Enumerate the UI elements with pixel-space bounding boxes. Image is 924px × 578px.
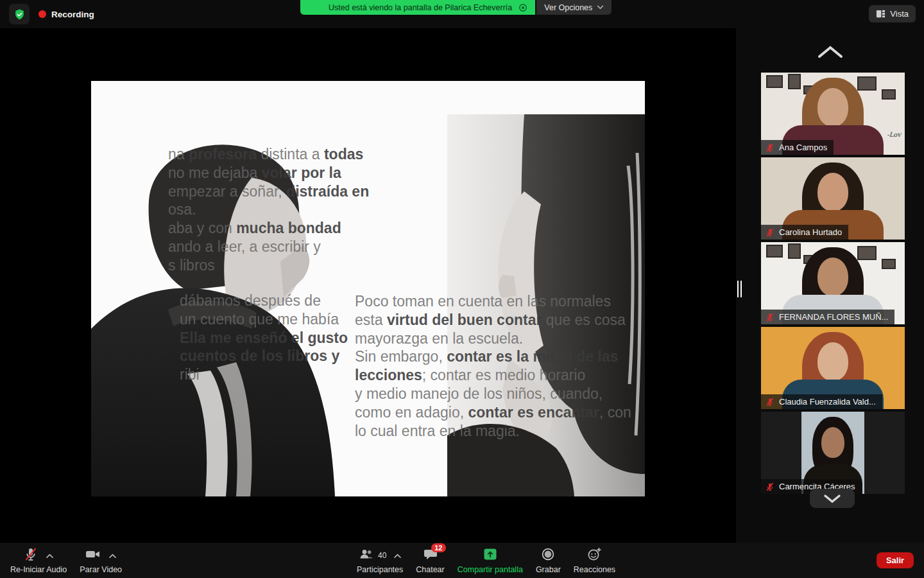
mic-muted-icon <box>766 482 774 491</box>
share-banner-message: Usted está viendo la pantalla de Pilaric… <box>300 0 535 15</box>
ver-opciones-button[interactable]: Ver Opciones <box>536 0 612 15</box>
participants-count: 40 <box>378 551 386 560</box>
toolbar-button-label: Grabar <box>536 565 561 574</box>
chevron-up-icon[interactable] <box>393 553 402 559</box>
participantes-button[interactable]: 40 Participantes <box>350 543 409 578</box>
mic-muted-icon <box>766 313 774 322</box>
mic-muted-icon <box>23 547 38 565</box>
participant-name-label: FERNANDA FLORES MUÑ... <box>761 310 894 324</box>
toolbar-button-label: Compartir pantalla <box>458 565 523 574</box>
reacciones-button[interactable]: Reacciones <box>567 543 622 578</box>
toolbar-button-label: Re-Iniciar Audio <box>10 565 67 574</box>
grabar-button[interactable]: Grabar <box>529 543 567 578</box>
toolbar-button-label: Participantes <box>357 565 403 574</box>
participant-name-label: Carolina Hurtado <box>761 225 848 240</box>
toolbar-button-label: Chatear <box>416 565 444 574</box>
recording-status: Recording <box>38 10 94 19</box>
recording-label: Recording <box>51 10 94 19</box>
share-screen-icon <box>483 547 498 565</box>
layout-grid-icon <box>876 9 886 19</box>
toolbar-left-group: Re-Iniciar Audio Parar Video <box>4 543 128 578</box>
presentation-slide: na profesora distinta a todasno me dejab… <box>91 81 645 496</box>
participant-tile[interactable]: Carmencita Cáceres <box>761 412 905 494</box>
gallery-scroll-down-button[interactable] <box>810 489 855 508</box>
reactions-icon <box>586 547 603 565</box>
parar-video-button[interactable]: Parar Video <box>73 543 128 578</box>
share-banner-text: Usted está viendo la pantalla de Pilaric… <box>329 3 512 12</box>
shared-screen-region: na profesora distinta a todasno me dejab… <box>0 0 736 543</box>
chevron-down-icon <box>823 493 842 504</box>
vista-label: Vista <box>890 9 909 19</box>
participant-name-label: Ana Campos <box>761 140 834 155</box>
participant-tile[interactable]: Claudia Fuenzalida Vald... <box>761 327 905 409</box>
viewing-indicator-icon <box>518 3 527 12</box>
chevron-down-icon <box>597 5 604 10</box>
participant-tile[interactable]: -Lov Ana Campos <box>761 73 905 155</box>
leave-meeting-button[interactable]: Salir <box>877 552 914 568</box>
participants-icon <box>358 547 375 565</box>
unread-badge: 12 <box>431 543 445 552</box>
slide-text-left-top: na profesora distinta a todasno me dejab… <box>168 145 444 275</box>
ver-opciones-label: Ver Opciones <box>544 3 592 12</box>
recording-dot-icon <box>38 10 46 18</box>
shield-check-icon <box>13 8 26 21</box>
re-iniciar-audio-button[interactable]: Re-Iniciar Audio <box>4 543 73 578</box>
slide-text-right: Poco toman en cuenta en las normalesesta… <box>355 292 637 440</box>
meeting-toolbar: Re-Iniciar Audio Parar Video 40 Particip… <box>0 543 924 578</box>
wall-decal-text: -Lov <box>887 131 901 138</box>
participants-sidebar: -Lov Ana Campos <box>736 0 924 543</box>
chevron-up-icon[interactable] <box>46 553 54 559</box>
gallery-scroll-up-icon[interactable] <box>816 44 845 60</box>
chevron-up-icon[interactable] <box>108 553 117 559</box>
compartir-pantalla-button[interactable]: Compartir pantalla <box>451 543 529 578</box>
mic-muted-icon <box>766 228 774 237</box>
toolbar-button-label: Reacciones <box>574 565 615 574</box>
participant-tile[interactable]: Carolina Hurtado <box>761 157 905 240</box>
video-camera-icon <box>85 547 101 565</box>
panel-resize-handle[interactable] <box>737 281 743 297</box>
mic-muted-icon <box>766 398 774 407</box>
toolbar-center-group: 40 Participantes 12 Chatear Compartir pa… <box>350 543 622 578</box>
recording-indicator: Recording <box>9 4 94 24</box>
vista-button[interactable]: Vista <box>869 5 916 22</box>
meeting-top-bar: Recording Usted está viendo la pantalla … <box>0 0 924 28</box>
participant-tile[interactable]: FERNANDA FLORES MUÑ... <box>761 242 905 324</box>
toolbar-button-label: Parar Video <box>80 565 122 574</box>
chatear-button[interactable]: 12 Chatear <box>409 543 450 578</box>
mic-muted-icon <box>766 143 774 152</box>
record-icon <box>540 547 556 565</box>
zoom-meeting-window: na profesora distinta a todasno me dejab… <box>0 0 924 578</box>
encryption-shield-button[interactable] <box>9 4 30 24</box>
screen-share-banner: Usted está viendo la pantalla de Pilaric… <box>300 0 612 15</box>
participant-name-label: Claudia Fuenzalida Vald... <box>761 394 882 409</box>
